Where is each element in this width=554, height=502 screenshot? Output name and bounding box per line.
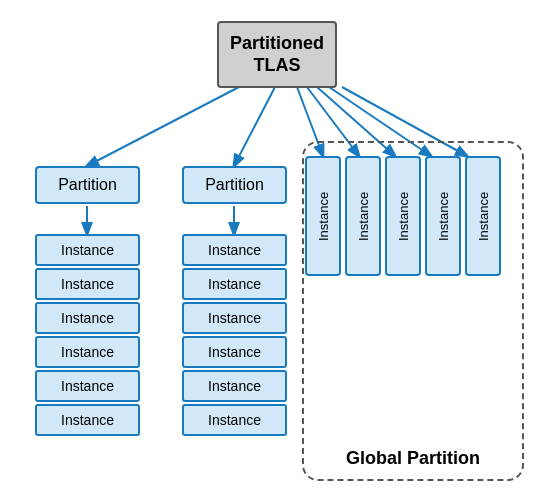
list-item: Instance: [35, 234, 140, 266]
list-item: Instance: [35, 302, 140, 334]
list-item: Instance: [35, 370, 140, 402]
diagram: Partitioned TLAS Partition Partition Ins…: [17, 11, 537, 491]
svg-line-2: [234, 87, 275, 166]
list-item: Instance: [345, 156, 381, 276]
list-item: Instance: [182, 302, 287, 334]
svg-line-1: [87, 87, 239, 166]
list-item: Instance: [425, 156, 461, 276]
list-item: Instance: [305, 156, 341, 276]
global-instances: Instance Instance Instance Instance Inst…: [305, 156, 501, 276]
list-item: Instance: [385, 156, 421, 276]
list-item: Instance: [465, 156, 501, 276]
partition-node-1: Partition: [35, 166, 140, 204]
instance-col-left: Instance Instance Instance Instance Inst…: [35, 234, 140, 436]
list-item: Instance: [182, 404, 287, 436]
global-partition-label: Global Partition: [304, 448, 522, 469]
list-item: Instance: [35, 268, 140, 300]
partition-node-2: Partition: [182, 166, 287, 204]
instance-col-mid: Instance Instance Instance Instance Inst…: [182, 234, 287, 436]
list-item: Instance: [182, 268, 287, 300]
list-item: Instance: [182, 370, 287, 402]
list-item: Instance: [182, 234, 287, 266]
list-item: Instance: [182, 336, 287, 368]
root-node: Partitioned TLAS: [217, 21, 337, 88]
list-item: Instance: [35, 336, 140, 368]
list-item: Instance: [35, 404, 140, 436]
